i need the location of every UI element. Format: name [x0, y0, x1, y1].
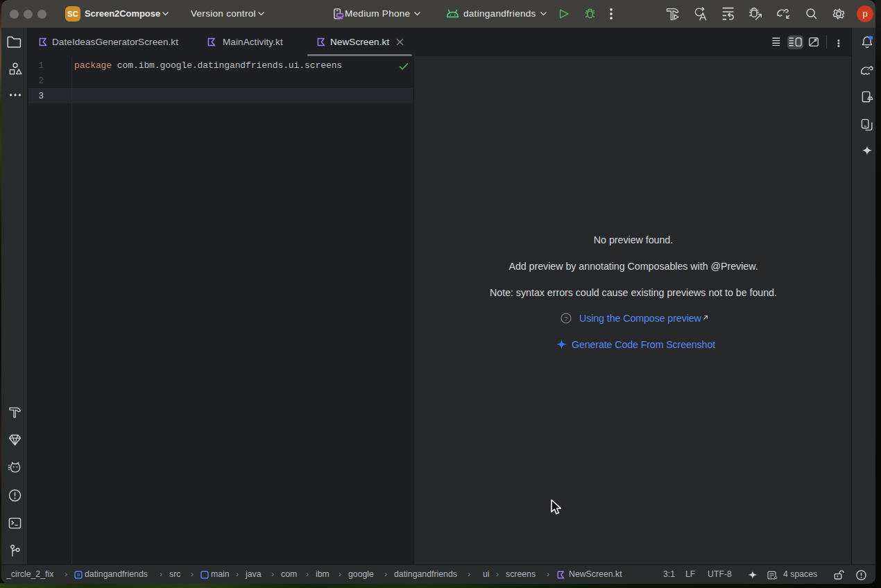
svg-text:?: ?: [564, 315, 567, 322]
